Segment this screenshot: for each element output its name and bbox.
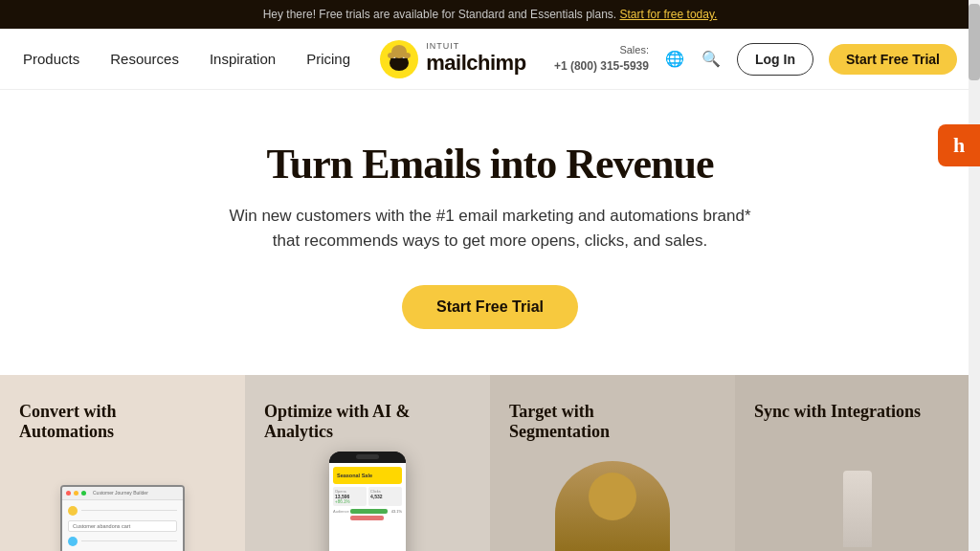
- bar-green: [350, 509, 388, 514]
- bar-red: [350, 516, 384, 520]
- dot-yellow: [74, 491, 78, 496]
- navbar: Products Resources Inspiration Pricing i…: [0, 29, 980, 90]
- sales-info: Sales: +1 (800) 315-5939: [554, 43, 649, 74]
- person-image: [555, 461, 670, 551]
- svg-point-8: [403, 53, 411, 58]
- person-head: [589, 473, 636, 520]
- journey-line-2: [81, 540, 177, 541]
- sales-label: Sales:: [554, 43, 649, 57]
- hero-subtext: Win new customers with the #1 email mark…: [222, 204, 758, 254]
- dot-green: [81, 491, 86, 496]
- dot-red: [66, 491, 71, 496]
- journey-dot-1: [68, 506, 78, 516]
- hero-trial-button[interactable]: Start Free Trial: [402, 285, 578, 329]
- journey-box-label: Customer abandons cart: [73, 523, 130, 529]
- phone-bar-1: Audience 43.1%: [333, 509, 402, 514]
- nav-inspiration[interactable]: Inspiration: [210, 51, 276, 67]
- feature-automations-title: Convert withAutomations: [19, 402, 226, 443]
- banner-text: Hey there! Free trials are available for…: [263, 8, 617, 21]
- laptop-mockup: Customer Journey Builder Customer abando…: [60, 485, 185, 551]
- nav-logo: intuit mailchimp: [350, 38, 554, 80]
- banner-link[interactable]: Start for free today.: [620, 8, 718, 21]
- honey-icon: h: [953, 133, 965, 158]
- laptop-titlebar: Customer Journey Builder: [62, 487, 183, 500]
- bar-pct-1: 43.1%: [391, 509, 402, 514]
- journey-abandon-box: Customer abandons cart: [68, 520, 177, 532]
- login-button[interactable]: Log In: [737, 43, 813, 76]
- feature-analytics-title: Optimize with AI &Analytics: [264, 402, 471, 443]
- bar-label-1: Audience: [333, 509, 348, 514]
- journey-line-1: [81, 510, 177, 511]
- phone-stat-clicks: Clicks 4,532: [368, 487, 402, 506]
- feature-segmentation: Target withSegmentation: [490, 375, 735, 551]
- search-icon[interactable]: 🔍: [701, 49, 722, 70]
- phone-mockup: Seasonal Sale Opens 13,596 +86.1% Clicks…: [329, 452, 406, 551]
- phone-bars: Audience 43.1%: [333, 509, 402, 520]
- laptop-title: Customer Journey Builder: [93, 490, 148, 496]
- scrollbar[interactable]: [969, 0, 980, 551]
- nav-links: Products Resources Inspiration Pricing: [23, 51, 350, 67]
- phone-header: Seasonal Sale: [333, 467, 402, 484]
- svg-point-7: [388, 53, 395, 58]
- nav-trial-button[interactable]: Start Free Trial: [829, 44, 957, 75]
- phone-notch: [329, 452, 406, 463]
- phone-stat-opens: Opens 13,596 +86.1%: [333, 487, 367, 506]
- feature-integrations-title: Sync with Integrations: [754, 402, 961, 423]
- sales-number[interactable]: +1 (800) 315-5939: [554, 58, 649, 75]
- notch-bar: [356, 454, 379, 459]
- scrollbar-thumb[interactable]: [969, 4, 980, 80]
- journey-dot-2: [68, 537, 78, 546]
- logo[interactable]: intuit mailchimp: [378, 38, 525, 80]
- feature-automations: Convert withAutomations Customer Journey…: [0, 375, 245, 551]
- mailchimp-logo-icon: [378, 38, 420, 80]
- nav-products[interactable]: Products: [23, 51, 79, 67]
- analytics-device: Seasonal Sale Opens 13,596 +86.1% Clicks…: [329, 452, 406, 551]
- phone-stats: Opens 13,596 +86.1% Clicks 4,532: [333, 487, 402, 506]
- top-banner: Hey there! Free trials are available for…: [0, 0, 980, 29]
- journey-row-2: [68, 537, 177, 546]
- laptop-content: Customer abandons cart: [62, 500, 183, 551]
- device-lamp: [843, 471, 872, 547]
- phone-screen: Seasonal Sale Opens 13,596 +86.1% Clicks…: [329, 463, 406, 551]
- nav-resources[interactable]: Resources: [110, 51, 179, 67]
- hero-section: Turn Emails into Revenue Win new custome…: [0, 90, 980, 375]
- nav-right: Sales: +1 (800) 315-5939 🌐 🔍 Log In Star…: [554, 43, 957, 76]
- nav-pricing[interactable]: Pricing: [306, 51, 350, 67]
- features-section: Convert withAutomations Customer Journey…: [0, 375, 980, 551]
- logo-mailchimp-text: mailchimp: [426, 52, 525, 75]
- feature-analytics: Optimize with AI &Analytics Seasonal Sal…: [245, 375, 490, 551]
- integrations-device: [843, 471, 872, 551]
- honey-badge[interactable]: h: [938, 124, 980, 166]
- journey-row-1: [68, 506, 177, 516]
- phone-bar-2: [333, 516, 402, 520]
- globe-icon[interactable]: 🌐: [664, 49, 685, 70]
- phone-header-text: Seasonal Sale: [337, 473, 372, 478]
- logo-text: intuit mailchimp: [426, 42, 525, 75]
- feature-segmentation-title: Target withSegmentation: [509, 402, 716, 443]
- hero-heading: Turn Emails into Revenue: [19, 140, 961, 188]
- feature-integrations: Sync with Integrations: [735, 375, 980, 551]
- automations-device: Customer Journey Builder Customer abando…: [60, 485, 185, 551]
